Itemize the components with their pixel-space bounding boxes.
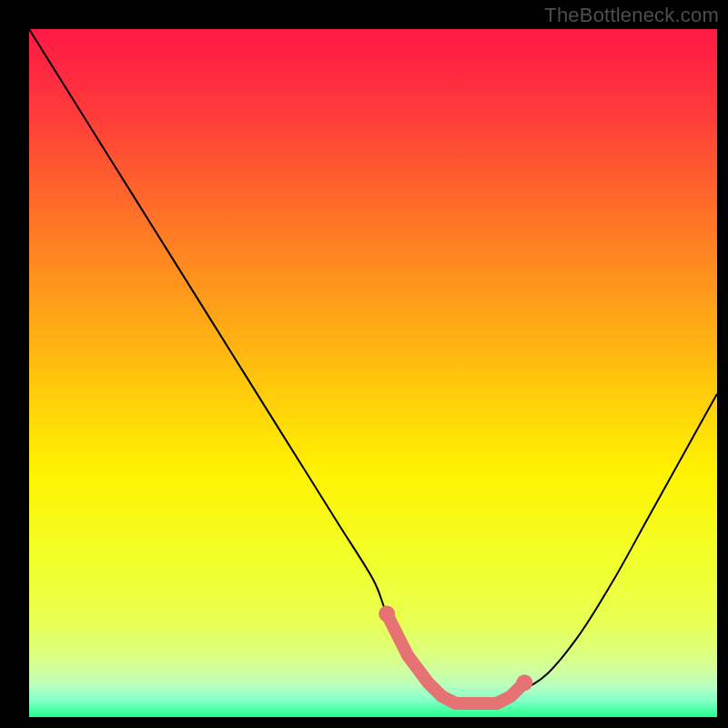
optimal-range-end-dot <box>379 606 395 622</box>
chart-svg <box>29 29 717 717</box>
chart-plot-area <box>29 29 717 717</box>
watermark-label: TheBottleneck.com <box>544 4 719 27</box>
gradient-background <box>29 29 717 717</box>
chart-stage: TheBottleneck.com <box>0 0 728 728</box>
optimal-range-end-dot <box>516 674 532 691</box>
